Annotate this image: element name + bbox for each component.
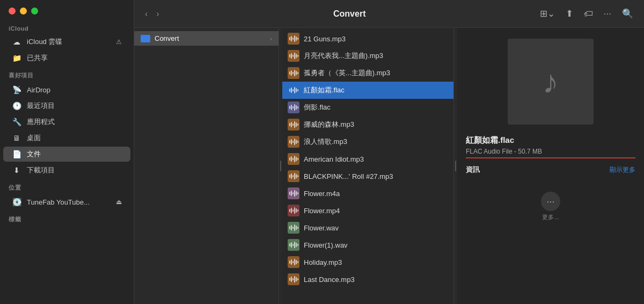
file-item[interactable]: 孤勇者（《英...主題曲).mp3 <box>282 64 453 82</box>
search-button[interactable]: 🔍 <box>619 6 636 21</box>
documents-icon: 📄 <box>12 149 21 159</box>
file-item[interactable]: 21 Guns.mp3 <box>282 30 453 47</box>
svg-rect-23 <box>297 89 298 91</box>
file-item[interactable]: Last Dance.mp3 <box>282 271 453 288</box>
file-name: BLACKPINK...' Roll #27.mp3 <box>304 172 393 180</box>
file-item[interactable]: Flower.wav <box>282 219 453 236</box>
svg-rect-73 <box>291 242 292 248</box>
sidebar-item-documents[interactable]: 📄 文件 <box>3 147 130 162</box>
sidebar: iCloud ☁ iCloud 雲碟 ⚠ 📁 已共享 喜好項目 📡 AirDro… <box>0 0 134 304</box>
svg-rect-18 <box>289 89 290 92</box>
forward-button[interactable]: › <box>153 7 162 21</box>
svg-rect-36 <box>289 140 290 143</box>
sidebar-item-label: 已共享 <box>27 53 48 63</box>
svg-rect-59 <box>297 192 298 194</box>
more-options-button[interactable]: ··· <box>601 6 614 21</box>
file-item[interactable]: Flower.m4a <box>282 185 453 202</box>
file-item[interactable]: 月亮代表我...主題曲).mp3 <box>282 47 453 64</box>
show-more-link[interactable]: 顯示更多 <box>610 165 635 175</box>
icloud-section-label: iCloud <box>0 20 134 34</box>
svg-rect-5 <box>297 38 298 40</box>
resize-handle-1[interactable] <box>279 28 282 304</box>
svg-rect-45 <box>294 156 295 162</box>
file-item[interactable]: 挪威的森林.mp3 <box>282 116 453 133</box>
svg-rect-84 <box>289 278 290 281</box>
sidebar-item-label: AirDrop <box>27 86 50 94</box>
svg-rect-20 <box>292 89 294 91</box>
svg-rect-35 <box>297 124 298 126</box>
svg-rect-12 <box>289 71 290 75</box>
tags-section-label: 標籤 <box>0 210 134 226</box>
close-button[interactable] <box>9 8 16 15</box>
file-type-icon <box>288 102 299 113</box>
svg-rect-87 <box>294 276 295 283</box>
svg-rect-78 <box>289 260 290 264</box>
more-button-area: ··· 更多... <box>466 192 635 221</box>
sidebar-item-shared[interactable]: 📁 已共享 <box>3 50 130 66</box>
file-item[interactable]: Flower.mp4 <box>282 202 453 219</box>
tag-button[interactable]: 🏷 <box>581 6 596 21</box>
svg-rect-53 <box>297 175 298 177</box>
sidebar-item-label: TuneFab YouTube... <box>27 198 90 206</box>
svg-rect-49 <box>291 173 292 179</box>
svg-rect-50 <box>292 175 294 177</box>
sidebar-item-airdrop[interactable]: 📡 AirDrop <box>3 82 130 97</box>
svg-rect-34 <box>296 122 297 127</box>
svg-rect-2 <box>292 38 294 40</box>
file-name: 挪威的森林.mp3 <box>304 120 354 129</box>
svg-rect-0 <box>289 37 290 40</box>
file-name: 21 Guns.mp3 <box>304 35 346 43</box>
preview-filename: 紅顏如霜.flac <box>466 135 635 146</box>
sidebar-item-downloads[interactable]: ⬇ 下載項目 <box>3 163 130 178</box>
svg-rect-44 <box>292 158 294 160</box>
folder-item-convert[interactable]: Convert › <box>134 31 279 46</box>
sidebar-item-tunefab[interactable]: 💽 TuneFab YouTube... ⏏ <box>3 194 130 209</box>
file-item[interactable]: Flower(1).wav <box>282 236 453 254</box>
file-item[interactable]: 倒影.flac <box>282 99 453 116</box>
file-type-icon <box>288 273 299 285</box>
svg-rect-56 <box>292 192 294 194</box>
view-options-button[interactable]: ⊞⌄ <box>537 6 558 21</box>
svg-rect-57 <box>294 190 295 197</box>
svg-rect-88 <box>296 277 297 281</box>
resize-handle-2[interactable] <box>454 28 457 304</box>
file-item[interactable]: 浪人情歌.mp3 <box>282 133 453 150</box>
sidebar-item-recents[interactable]: 🕐 最近項目 <box>3 98 130 113</box>
svg-rect-81 <box>294 259 295 265</box>
file-item[interactable]: 紅顏如霜.flac <box>282 82 453 99</box>
back-button[interactable]: ‹ <box>142 7 151 21</box>
file-name: Last Dance.mp3 <box>304 276 355 284</box>
minimize-button[interactable] <box>20 8 27 15</box>
file-type-icon <box>288 153 299 165</box>
svg-rect-61 <box>291 208 292 213</box>
svg-rect-89 <box>297 278 298 280</box>
svg-rect-22 <box>296 88 297 92</box>
svg-rect-83 <box>297 261 298 263</box>
file-item[interactable]: Holiday.mp3 <box>282 254 453 271</box>
desktop-icon: 🖥 <box>12 133 21 143</box>
sidebar-item-applications[interactable]: 🔧 應用程式 <box>3 114 130 129</box>
sidebar-item-desktop[interactable]: 🖥 桌面 <box>3 131 130 146</box>
sidebar-item-icloud-drive[interactable]: ☁ iCloud 雲碟 ⚠ <box>3 34 130 49</box>
svg-rect-63 <box>294 207 295 214</box>
svg-rect-16 <box>296 71 297 75</box>
file-type-icon <box>288 256 299 268</box>
share-button[interactable]: ⬆ <box>562 6 576 21</box>
fullscreen-button[interactable] <box>31 8 38 15</box>
svg-rect-10 <box>296 54 297 58</box>
more-circle-button[interactable]: ··· <box>541 192 560 211</box>
preview-info-label: 資訊 <box>466 165 480 175</box>
svg-rect-85 <box>291 277 292 282</box>
file-name: 紅顏如霜.flac <box>304 85 345 95</box>
svg-rect-8 <box>292 55 294 57</box>
svg-rect-46 <box>296 157 297 161</box>
svg-rect-75 <box>294 242 295 248</box>
file-item[interactable]: American Idiot.mp3 <box>282 150 453 168</box>
svg-rect-37 <box>291 139 292 144</box>
file-name: 倒影.flac <box>304 103 331 112</box>
sidebar-item-label: 最近項目 <box>27 101 55 111</box>
sidebar-item-label: 應用程式 <box>27 117 55 127</box>
file-type-icon <box>288 33 299 45</box>
svg-rect-80 <box>292 261 294 263</box>
file-item[interactable]: BLACKPINK...' Roll #27.mp3 <box>282 168 453 185</box>
